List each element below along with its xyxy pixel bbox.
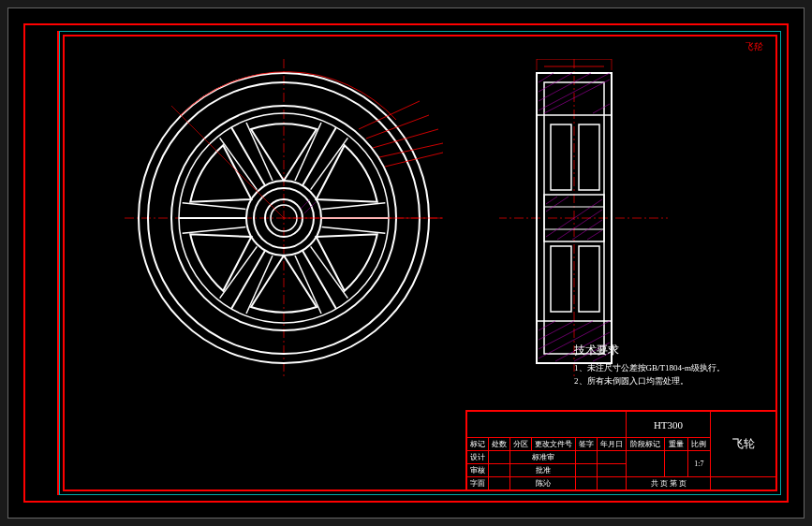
tech-req-line1: 1、未注尺寸公差按GB/T1804-m级执行。: [574, 362, 725, 375]
tb-e11: [598, 477, 627, 490]
tb-e5: [665, 451, 687, 477]
flywheel-front-svg: [125, 59, 443, 377]
svg-line-13: [246, 256, 273, 314]
title-block: HT300 飞轮 标记 处数 分区 更改文件号 签字 年月日 阶段标记 重量 比…: [465, 410, 777, 491]
tb-approver: 批准: [510, 464, 576, 477]
tb-e6: [489, 464, 510, 477]
tb-empty-upper: [467, 412, 627, 438]
tb-change: 更改文件号: [532, 438, 576, 451]
tb-zone: 处数: [489, 438, 510, 451]
svg-line-12: [295, 256, 321, 314]
drawing-area: 飞轮: [12, 12, 800, 514]
svg-line-7: [295, 123, 321, 181]
tb-e9: [489, 477, 510, 490]
svg-line-6: [246, 123, 273, 181]
tech-requirements: 技术要求 1、未注尺寸公差按GB/T1804-m级执行。 2、所有未倒圆入口均需…: [574, 342, 725, 387]
tb-e10: [576, 477, 598, 490]
spoke-win-3: [551, 246, 571, 312]
tb-weight: 重量: [665, 438, 687, 451]
tb-sign1: 签字: [576, 438, 598, 451]
tb-approve: 审核: [467, 464, 489, 477]
tb-lit3: 陈沁: [510, 477, 576, 490]
svg-line-31: [544, 80, 610, 113]
tb-lit1: 字面: [467, 477, 489, 490]
side-view: [499, 59, 649, 377]
tb-partname: 飞轮: [711, 412, 776, 477]
tb-division: 分区: [510, 438, 532, 451]
svg-line-16: [183, 180, 246, 231]
tb-e4: [627, 451, 665, 477]
tb-designer: 标准审: [510, 451, 576, 464]
tb-mark: 标记: [467, 438, 489, 451]
spoke-win-2: [579, 124, 599, 190]
tb-stage: 阶段标记: [627, 438, 665, 451]
tb-material: HT300: [627, 412, 711, 438]
spoke-win-4: [579, 246, 599, 312]
svg-line-33: [539, 321, 555, 330]
tb-e8: [598, 464, 627, 477]
dim-arc-angle: [181, 72, 396, 120]
svg-line-23: [301, 199, 310, 209]
tb-e7: [576, 464, 598, 477]
svg-line-45: [587, 230, 602, 240]
flywheel-side-svg: [499, 59, 668, 377]
svg-line-32: [593, 104, 610, 113]
tb-e1: [489, 451, 510, 464]
binding-margin: [31, 31, 59, 495]
tb-date1: 年月日: [598, 438, 627, 451]
svg-line-9: [322, 180, 386, 231]
spoke-win-1: [551, 124, 571, 190]
outer-frame: 飞轮: [7, 7, 805, 519]
tb-e2: [576, 451, 598, 464]
title-block-table: HT300 飞轮 标记 处数 分区 更改文件号 签字 年月日 阶段标记 重量 比…: [466, 411, 776, 490]
tech-req-title: 技术要求: [574, 342, 725, 358]
svg-line-15: [183, 204, 246, 256]
tech-req-line2: 2、所有未倒圆入口均需处理。: [574, 375, 725, 388]
svg-line-41: [546, 197, 568, 212]
tb-e3: [598, 451, 627, 464]
svg-line-10: [322, 204, 386, 256]
svg-line-18: [359, 101, 420, 129]
tb-scaleval: 1:7: [687, 451, 710, 477]
front-view: [125, 59, 443, 377]
tb-sheet: 共 页 第 页: [627, 477, 711, 490]
watermark: 飞轮: [744, 40, 762, 53]
svg-line-40: [546, 197, 557, 204]
tb-e12: [711, 477, 776, 490]
tb-design: 设计: [467, 451, 489, 464]
svg-line-27: [539, 73, 554, 82]
svg-line-20: [373, 129, 438, 148]
tb-scale: 比例: [687, 438, 710, 451]
